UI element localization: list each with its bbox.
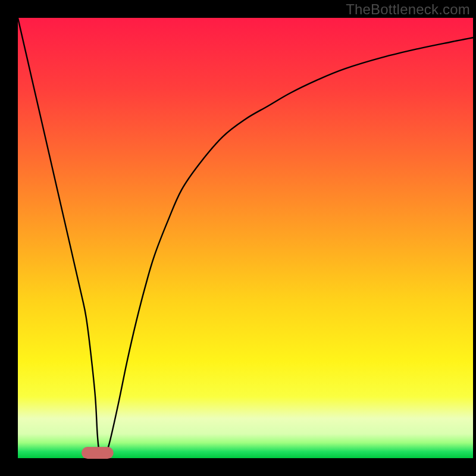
- marker-foot-right: [102, 447, 114, 459]
- watermark-text: TheBottleneck.com: [346, 1, 470, 18]
- bottleneck-chart: [0, 0, 476, 476]
- plot-background: [18, 18, 473, 458]
- marker-foot-left: [82, 447, 93, 459]
- curve-markers: [82, 447, 114, 459]
- chart-frame: TheBottleneck.com: [0, 0, 476, 476]
